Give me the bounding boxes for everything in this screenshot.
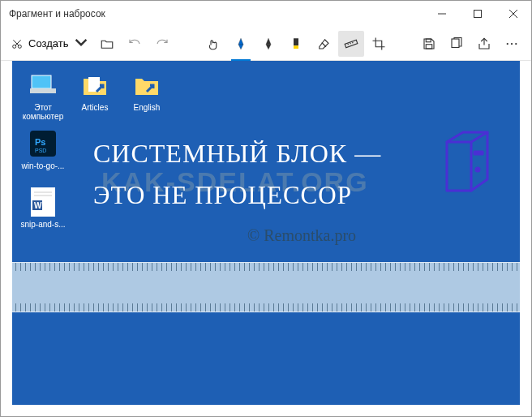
photoshop-icon: PsPSD (28, 129, 58, 158)
undo-button[interactable] (122, 31, 148, 57)
pen-tool-dark[interactable] (255, 31, 281, 57)
ruler-tool[interactable] (338, 31, 364, 57)
svg-line-8 (321, 42, 325, 46)
svg-line-11 (350, 42, 350, 43)
desktop-icon-psd: PsPSD win-to-go-... (19, 129, 67, 170)
desktop-icon-english: English (122, 71, 171, 112)
svg-line-10 (348, 43, 349, 44)
minimize-button[interactable] (424, 1, 460, 27)
crop-tool[interactable] (366, 31, 392, 57)
svg-rect-1 (474, 11, 482, 18)
highlighter-tool[interactable] (283, 31, 309, 57)
svg-rect-30 (474, 152, 483, 154)
new-snip-button[interactable]: Создать (7, 31, 92, 57)
eraser-tool[interactable] (311, 31, 337, 57)
svg-point-16 (507, 42, 508, 44)
svg-text:Ps: Ps (35, 137, 45, 147)
desktop-icon-articles: Articles (71, 71, 119, 112)
computer-icon (28, 71, 58, 100)
ruler-overlay[interactable] (12, 262, 520, 312)
svg-rect-19 (32, 75, 51, 88)
titlebar: Фрагмент и набросок (1, 1, 531, 27)
word-doc-icon: W (28, 187, 58, 217)
svg-rect-14 (426, 44, 432, 48)
toolbar: Создать (1, 27, 531, 61)
svg-text:W: W (34, 201, 42, 210)
svg-rect-9 (345, 40, 358, 47)
handwritten-line-2: ЭТО НЕ ПРОЦЕССОР (93, 181, 352, 210)
desktop-icon-computer: Этот компьютер (19, 71, 67, 121)
open-file-button[interactable] (94, 31, 120, 57)
share-button[interactable] (471, 31, 497, 57)
handwritten-line-1: СИСТЕМНЫЙ БЛОК — (93, 139, 381, 169)
app-window: Фрагмент и набросок Создать (0, 0, 532, 417)
redo-button[interactable] (149, 31, 175, 57)
drawn-computer-icon (439, 126, 496, 202)
svg-point-31 (476, 168, 479, 171)
touch-writing-button[interactable] (200, 31, 226, 57)
desktop-icon-label: English (122, 103, 171, 112)
desktop-icon-label: snip-and-s... (19, 220, 67, 229)
signature-text: © Remontka.pro (247, 226, 356, 245)
svg-line-12 (352, 41, 353, 42)
svg-point-17 (511, 42, 513, 44)
canvas[interactable]: Этот компьютер Articles English PsPSD wi… (12, 61, 520, 405)
folder-icon (80, 71, 109, 100)
window-title: Фрагмент и набросок (9, 8, 424, 19)
pen-tool-blue[interactable] (228, 31, 254, 57)
chevron-down-icon (75, 36, 88, 51)
close-button[interactable] (496, 1, 531, 27)
svg-text:PSD: PSD (35, 148, 46, 153)
svg-rect-13 (426, 39, 431, 42)
svg-rect-20 (30, 88, 56, 93)
more-button[interactable] (499, 31, 525, 57)
save-button[interactable] (416, 31, 442, 57)
maximize-button[interactable] (460, 1, 496, 27)
svg-rect-6 (294, 38, 298, 45)
svg-rect-15 (452, 39, 459, 48)
folder-icon (132, 71, 161, 100)
copy-button[interactable] (444, 31, 470, 57)
new-snip-label: Создать (28, 37, 68, 49)
desktop-icon-label: Этот компьютер (19, 103, 67, 121)
svg-point-18 (515, 42, 517, 44)
desktop-icon-label: Articles (71, 103, 119, 112)
desktop-icon-word: W snip-and-s... (19, 187, 67, 229)
svg-rect-7 (294, 45, 298, 49)
desktop-icon-label: win-to-go-... (19, 161, 67, 170)
